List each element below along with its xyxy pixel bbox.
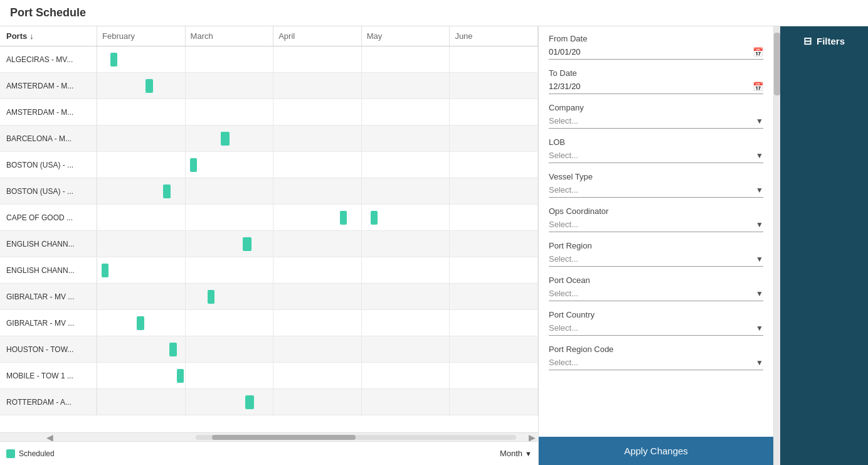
from-date-group: From Date 📅 [549,34,763,60]
company-select-row[interactable]: Select... ▼ [549,115,763,129]
from-date-calendar-icon[interactable]: 📅 [753,47,763,57]
month-selector[interactable]: Month ▼ [500,449,532,458]
month-cell [450,336,538,362]
port-region-chevron-icon[interactable]: ▼ [756,255,763,264]
from-date-input[interactable] [549,46,753,58]
gantt-cells [97,284,538,309]
vessel-type-chevron-icon[interactable]: ▼ [756,186,763,195]
months-header: February March April May June [97,26,538,46]
scrollbar-thumb[interactable] [212,435,356,440]
month-cell [362,310,450,336]
month-dropdown-icon[interactable]: ▼ [525,450,532,457]
to-date-input[interactable] [549,80,753,92]
gantt-bar [110,53,117,67]
port-country-select-text: Select... [549,322,756,334]
port-name-cell: ENGLISH CHANN... [0,257,97,283]
month-cell [186,363,274,388]
port-region-select-row[interactable]: Select... ▼ [549,253,763,267]
vessel-type-select-row[interactable]: Select... ▼ [549,184,763,198]
month-cell [273,205,362,230]
month-cell [97,284,186,309]
company-group: Company Select... ▼ [549,103,763,129]
month-cell [362,284,450,309]
month-cell [273,257,362,283]
port-ocean-label: Port Ocean [549,275,763,285]
gantt-bar [169,343,176,356]
port-country-chevron-icon[interactable]: ▼ [756,324,763,333]
month-cell [273,73,362,99]
month-cell [273,389,362,415]
month-cell [450,363,538,388]
filters-scrollbar[interactable] [774,26,780,465]
port-name-cell: AMSTERDAM - M... [0,73,97,99]
vessel-type-group: Vessel Type Select... ▼ [549,172,763,198]
month-cell [186,46,274,72]
table-row: ALGECIRAS - MV... [0,46,538,73]
port-region-label: Port Region [549,241,763,250]
month-cell [186,152,274,178]
month-cell [186,178,274,204]
port-region-code-chevron-icon[interactable]: ▼ [756,358,763,367]
port-name-cell: ENGLISH CHANN... [0,231,97,257]
port-name-cell: BARCELONA - M... [0,126,97,151]
sort-icon[interactable]: ↓ [29,31,34,41]
month-cell [97,126,186,151]
gantt-bar [190,158,197,172]
month-mar: March [186,26,274,46]
month-cell [450,257,538,283]
ops-coordinator-chevron-icon[interactable]: ▼ [756,220,763,229]
month-cell [450,99,538,125]
port-ocean-chevron-icon[interactable]: ▼ [756,289,763,298]
apply-changes-button[interactable]: Apply Changes [539,437,773,465]
filters-section: From Date 📅 To Date 📅 Compan [539,26,780,465]
gantt-bar [221,132,230,146]
filters-scrollbar-thumb[interactable] [774,33,780,95]
gantt-bar [371,211,378,225]
port-country-select-row[interactable]: Select... ▼ [549,322,763,336]
gantt-bar [245,395,254,409]
lob-select-row[interactable]: Select... ▼ [549,149,763,163]
scrollbar-track[interactable] [196,435,516,440]
month-cell [450,46,538,72]
month-cell [450,310,538,336]
lob-group: LOB Select... ▼ [549,137,763,163]
gantt-bar [163,184,170,198]
gantt-bar [146,79,152,93]
lob-chevron-icon[interactable]: ▼ [756,151,763,160]
month-cell [273,231,362,257]
ops-coordinator-label: Ops Coordinator [549,206,763,216]
month-cell [273,178,362,204]
port-ocean-select-text: Select... [549,287,756,299]
month-cell [450,389,538,415]
table-row: GIBRALTAR - MV ... [0,284,538,310]
month-cell [362,73,450,99]
gantt-chart: Ports ↓ February March April May June AL… [0,26,539,465]
legend-color-box [6,449,15,458]
month-cell [186,336,274,362]
company-chevron-icon[interactable]: ▼ [756,117,763,126]
month-may: May [362,26,450,46]
port-region-code-group: Port Region Code Select... ▼ [549,345,763,370]
month-cell [97,231,186,257]
gantt-cells [97,99,538,125]
month-cell [362,126,450,151]
gantt-cells [97,205,538,230]
gantt-cells [97,73,538,99]
port-region-code-select-row[interactable]: Select... ▼ [549,356,763,370]
gantt-cells [97,152,538,178]
filters-title-bar: ⊟ Filters [803,35,845,47]
port-ocean-select-row[interactable]: Select... ▼ [549,287,763,301]
gantt-scrollbar[interactable]: ◀ ▶ [0,432,538,441]
lob-select-text: Select... [549,149,756,161]
table-row: AMSTERDAM - M... [0,99,538,126]
port-region-code-label: Port Region Code [549,345,763,354]
to-date-calendar-icon[interactable]: 📅 [753,82,763,92]
gantt-cells [97,310,538,336]
month-cell [273,284,362,309]
gantt-cells [97,46,538,72]
table-row: BARCELONA - M... [0,126,538,152]
gantt-cells [97,389,538,415]
ports-column-header: Ports ↓ [0,26,97,46]
ops-coordinator-select-row[interactable]: Select... ▼ [549,218,763,232]
port-name-cell: HOUSTON - TOW... [0,336,97,362]
